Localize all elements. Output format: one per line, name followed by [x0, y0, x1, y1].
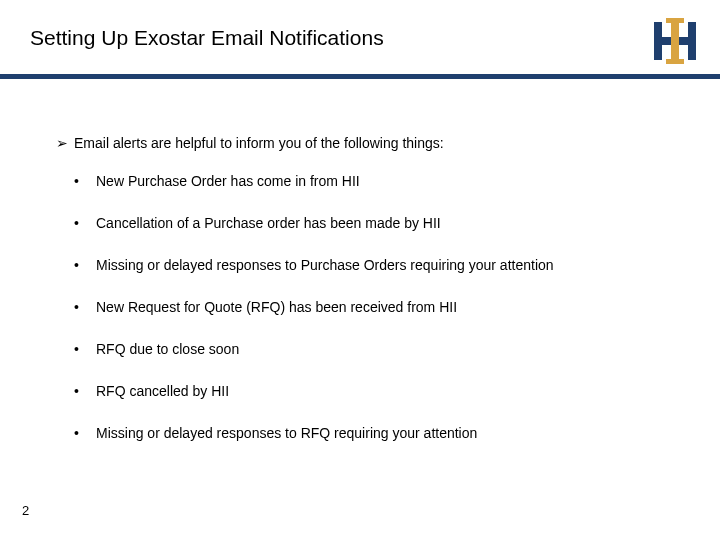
list-item: •New Request for Quote (RFQ) has been re… — [74, 299, 680, 315]
list-item-text: RFQ due to close soon — [96, 341, 239, 357]
bullet-icon: • — [74, 173, 80, 189]
bullet-icon: • — [74, 257, 80, 273]
list-item-text: New Purchase Order has come in from HII — [96, 173, 360, 189]
bullet-icon: • — [74, 299, 80, 315]
svg-rect-4 — [666, 18, 684, 23]
hii-logo-icon — [652, 18, 698, 64]
slide: Setting Up Exostar Email Notifications ➢ — [0, 0, 720, 540]
header: Setting Up Exostar Email Notifications — [0, 0, 720, 60]
list-item-text: Cancellation of a Purchase order has bee… — [96, 215, 441, 231]
svg-rect-5 — [666, 59, 684, 64]
page-number: 2 — [22, 503, 29, 518]
content: ➢ Email alerts are helpful to inform you… — [56, 135, 680, 467]
list-item: •RFQ due to close soon — [74, 341, 680, 357]
svg-rect-3 — [671, 18, 679, 64]
bullet-list: •New Purchase Order has come in from HII… — [56, 173, 680, 441]
lead-text: Email alerts are helpful to inform you o… — [74, 135, 444, 151]
list-item: •New Purchase Order has come in from HII — [74, 173, 680, 189]
list-item: •RFQ cancelled by HII — [74, 383, 680, 399]
header-rule — [0, 74, 720, 79]
bullet-icon: • — [74, 383, 80, 399]
list-item-text: RFQ cancelled by HII — [96, 383, 229, 399]
list-item-text: New Request for Quote (RFQ) has been rec… — [96, 299, 457, 315]
bullet-icon: • — [74, 215, 80, 231]
page-title: Setting Up Exostar Email Notifications — [30, 26, 690, 50]
list-item: •Missing or delayed responses to RFQ req… — [74, 425, 680, 441]
list-item: •Cancellation of a Purchase order has be… — [74, 215, 680, 231]
bullet-icon: • — [74, 425, 80, 441]
list-item-text: Missing or delayed responses to Purchase… — [96, 257, 554, 273]
bullet-icon: • — [74, 341, 80, 357]
lead-line: ➢ Email alerts are helpful to inform you… — [56, 135, 680, 151]
list-item: •Missing or delayed responses to Purchas… — [74, 257, 680, 273]
arrow-icon: ➢ — [56, 135, 66, 151]
list-item-text: Missing or delayed responses to RFQ requ… — [96, 425, 477, 441]
